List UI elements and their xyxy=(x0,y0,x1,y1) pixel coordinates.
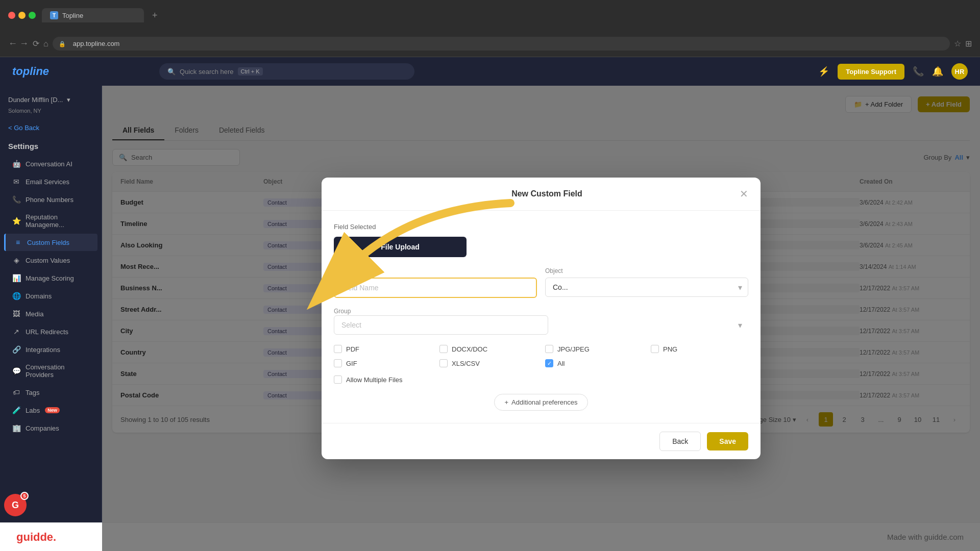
sidebar-item-custom-fields[interactable]: ≡ Custom Fields xyxy=(4,234,97,251)
lock-icon: 🔒 xyxy=(59,40,66,47)
notifications-icon[interactable]: 🔔 xyxy=(932,66,943,77)
file-type-docx: DOCX/DOC xyxy=(439,345,537,353)
chevron-down-icon: ▾ xyxy=(67,96,70,104)
file-types-section: PDF DOCX/DOC JPG/JPEG xyxy=(334,345,748,367)
back-button[interactable]: ← xyxy=(8,38,17,49)
field-name-input[interactable] xyxy=(334,278,537,298)
modal-close-button[interactable]: ✕ xyxy=(740,188,748,200)
org-sub: Solomon, NY xyxy=(0,108,102,120)
browser-tab[interactable]: T Topline xyxy=(42,8,144,22)
minimize-dot[interactable] xyxy=(18,12,26,19)
save-button[interactable]: Save xyxy=(707,432,748,450)
app-body: Dunder Mifflin [D... ▾ Solomon, NY < Go … xyxy=(0,86,980,551)
browser-chrome: T Topline + xyxy=(0,0,980,31)
jpg-checkbox[interactable] xyxy=(545,345,553,353)
modal-footer: Back Save xyxy=(322,423,761,459)
form-group-object: Object Co... Contact ▾ xyxy=(545,267,748,298)
back-button[interactable]: Back xyxy=(659,432,701,451)
allow-multiple-checkbox[interactable] xyxy=(334,375,342,384)
labs-badge: New xyxy=(45,407,60,413)
user-avatar[interactable]: HR xyxy=(951,63,968,80)
plus-icon: + xyxy=(505,398,509,406)
app-logo: topline xyxy=(12,65,49,78)
refresh-button[interactable]: ⟳ xyxy=(33,39,39,48)
group-select-wrapper: Select ▾ xyxy=(334,315,748,335)
sidebar-item-domains[interactable]: 🌐 Domains xyxy=(4,287,97,305)
email-icon: ✉ xyxy=(12,178,20,186)
scoring-icon: 📊 xyxy=(12,274,20,282)
maximize-dot[interactable] xyxy=(29,12,36,19)
url-text: app.topline.com xyxy=(73,40,120,47)
close-dot[interactable] xyxy=(8,12,15,19)
bookmark-icon[interactable]: ☆ xyxy=(954,39,961,48)
file-upload-button[interactable]: File Upload xyxy=(334,237,467,257)
additional-prefs-label: Additional preferences xyxy=(511,398,577,406)
org-selector[interactable]: Dunder Mifflin [D... ▾ xyxy=(0,92,102,108)
form-group-name: Name xyxy=(334,267,537,298)
xls-label: XLS/CSV xyxy=(452,360,480,367)
url-bar-row: ← → ⟳ ⌂ 🔒 app.topline.com ☆ ⊞ xyxy=(0,31,980,57)
form-group-group: Group Select ▾ xyxy=(334,306,748,335)
name-label: Name xyxy=(334,267,537,274)
sidebar-item-companies[interactable]: 🏢 Companies xyxy=(4,419,97,437)
sidebar-item-label: Manage Scoring xyxy=(26,274,74,282)
sidebar-item-label: Domains xyxy=(26,292,52,300)
g-badge: 5 xyxy=(20,492,29,500)
header-icons: 📞 🔔 xyxy=(913,66,943,77)
object-select[interactable]: Co... Contact xyxy=(545,278,748,297)
sidebar-item-label: Custom Fields xyxy=(27,239,69,246)
additional-preferences-button[interactable]: + Additional preferences xyxy=(494,394,589,411)
pdf-checkbox[interactable] xyxy=(334,345,342,353)
sidebar-item-custom-values[interactable]: ◈ Custom Values xyxy=(4,252,97,269)
sidebar-item-label: URL Redirects xyxy=(26,328,68,336)
url-bar[interactable]: 🔒 app.topline.com xyxy=(53,37,950,51)
labs-icon: 🧪 xyxy=(12,406,20,414)
all-checkbox[interactable] xyxy=(545,359,553,367)
sidebar: Dunder Mifflin [D... ▾ Solomon, NY < Go … xyxy=(0,86,102,551)
providers-icon: 💬 xyxy=(12,367,20,375)
phone-icon[interactable]: 📞 xyxy=(913,66,924,77)
nav-back-fwd: ← → xyxy=(8,38,29,49)
support-button[interactable]: Topline Support xyxy=(838,64,904,80)
app: topline 🔍 Quick search here Ctrl + K ⚡ T… xyxy=(0,57,980,551)
docx-checkbox[interactable] xyxy=(439,345,448,353)
group-select[interactable]: Select xyxy=(334,315,548,335)
object-label: Object xyxy=(545,267,748,274)
domains-icon: 🌐 xyxy=(12,292,20,300)
forward-button[interactable]: → xyxy=(19,38,29,49)
extensions-icon[interactable]: ⊞ xyxy=(965,39,972,48)
conversation-ai-icon: 🤖 xyxy=(12,160,20,168)
allow-multiple-option: Allow Multiple Files xyxy=(334,375,748,384)
jpg-label: JPG/JPEG xyxy=(557,345,590,353)
sidebar-item-conversation-ai[interactable]: 🤖 Conversation AI xyxy=(4,155,97,172)
browser-dots xyxy=(8,12,36,19)
docx-label: DOCX/DOC xyxy=(452,345,487,353)
sidebar-item-reputation[interactable]: ⭐ Reputation Manageme... xyxy=(4,209,97,233)
sidebar-item-media[interactable]: 🖼 Media xyxy=(4,305,97,322)
new-tab-button[interactable]: + xyxy=(152,10,158,21)
home-button[interactable]: ⌂ xyxy=(43,39,48,48)
gif-checkbox[interactable] xyxy=(334,359,342,367)
sidebar-item-manage-scoring[interactable]: 📊 Manage Scoring xyxy=(4,269,97,287)
sidebar-item-url-redirects[interactable]: ↗ URL Redirects xyxy=(4,323,97,340)
all-label: All xyxy=(557,360,565,367)
additional-preferences-section: + Additional preferences xyxy=(334,394,748,411)
go-back-button[interactable]: < Go Back xyxy=(0,120,102,136)
app-header: topline 🔍 Quick search here Ctrl + K ⚡ T… xyxy=(0,57,980,86)
guidde-avatar[interactable]: G 5 xyxy=(4,494,27,516)
sidebar-item-phone-numbers[interactable]: 📞 Phone Numbers xyxy=(4,191,97,208)
modal-title: New Custom Field xyxy=(354,189,740,198)
sidebar-item-integrations[interactable]: 🔗 Integrations xyxy=(4,341,97,358)
png-checkbox[interactable] xyxy=(651,345,659,353)
xls-checkbox[interactable] xyxy=(439,359,448,367)
phone-icon: 📞 xyxy=(12,195,20,204)
sidebar-item-label: Email Services xyxy=(26,178,69,186)
sidebar-item-tags[interactable]: 🏷 Tags xyxy=(4,384,97,401)
sidebar-item-conversation-providers[interactable]: 💬 Conversation Providers xyxy=(4,359,97,383)
quick-search-bar[interactable]: 🔍 Quick search here Ctrl + K xyxy=(159,63,414,80)
sidebar-item-labs[interactable]: 🧪 Labs New xyxy=(4,402,97,419)
file-type-jpg: JPG/JPEG xyxy=(545,345,643,353)
sidebar-item-email-services[interactable]: ✉ Email Services xyxy=(4,173,97,190)
field-selected-label: Field Selected xyxy=(334,223,748,231)
file-type-pdf: PDF xyxy=(334,345,431,353)
